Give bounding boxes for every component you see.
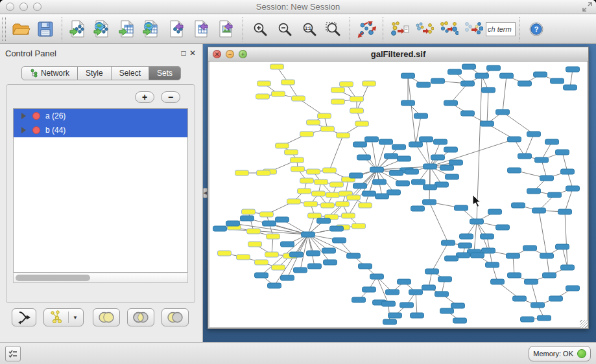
horizontal-scrollbar[interactable] xyxy=(13,273,188,283)
zoom-1-1-button[interactable]: 1:1 xyxy=(296,16,321,42)
select-all-button[interactable] xyxy=(436,16,461,42)
export-image-button[interactable] xyxy=(214,16,239,42)
svg-text:1:1: 1:1 xyxy=(305,26,311,30)
split-sets-button[interactable] xyxy=(12,308,36,326)
window-titlebar[interactable]: Session: New Session xyxy=(0,0,596,14)
tab-style[interactable]: Style xyxy=(78,66,112,80)
status-bar: Memory: OK xyxy=(0,342,596,364)
control-panel-title: Control Panel xyxy=(5,49,56,58)
toolbar-separator xyxy=(383,17,383,41)
import-table-web-button[interactable] xyxy=(140,16,165,42)
control-panel: Control Panel □ ✕ Network Style Select S… xyxy=(0,44,203,342)
zoom-fit-selected-button[interactable] xyxy=(321,16,346,42)
memory-ok-icon xyxy=(577,349,586,358)
float-panel-button[interactable]: □ xyxy=(179,49,188,58)
memory-status-label: Memory: OK xyxy=(533,350,573,358)
network-canvas[interactable] xyxy=(209,62,587,327)
network-window[interactable]: ✕ − + galFiltered.sif xyxy=(208,47,589,329)
open-session-button[interactable] xyxy=(8,16,33,42)
import-network-web-button[interactable] xyxy=(91,16,115,42)
select-first-neighbors-button[interactable] xyxy=(412,16,436,42)
set-label: a (26) xyxy=(45,111,66,120)
extract-set-icon xyxy=(49,310,65,325)
set-color-icon xyxy=(32,126,40,134)
sets-panel: + − a (26) b (44) xyxy=(6,84,195,303)
application-window: Session: New Session 1:1 ? Control P xyxy=(0,0,596,364)
resize-grip[interactable] xyxy=(580,320,588,328)
extract-set-button[interactable]: ▼ xyxy=(43,308,84,326)
toolbar-separator xyxy=(350,17,350,41)
task-history-button[interactable] xyxy=(5,346,21,361)
set-color-icon xyxy=(32,112,40,120)
splitter-collapse-handle[interactable]: ◀ xyxy=(203,188,208,198)
zoom-out-button[interactable] xyxy=(272,16,296,42)
help-button[interactable]: ? xyxy=(524,16,549,42)
export-network-button[interactable] xyxy=(165,16,189,42)
toolbar-separator xyxy=(243,17,243,41)
close-panel-button[interactable]: ✕ xyxy=(188,49,197,58)
expand-triangle-icon[interactable] xyxy=(21,127,26,133)
fullscreen-icon[interactable] xyxy=(582,2,592,14)
scrollbar-thumb[interactable] xyxy=(16,275,90,281)
svg-text:?: ? xyxy=(534,25,539,33)
import-network-file-button[interactable] xyxy=(66,16,91,42)
main-toolbar: 1:1 ? xyxy=(0,14,596,44)
search-input[interactable] xyxy=(486,22,516,36)
select-from-file-button[interactable] xyxy=(387,16,412,42)
chevron-down-icon[interactable]: ▼ xyxy=(68,312,78,323)
set-row-b[interactable]: b (44) xyxy=(14,123,187,137)
zoom-in-button[interactable] xyxy=(247,16,272,42)
toolbar-drag-handle[interactable] xyxy=(2,17,6,41)
export-table-button[interactable] xyxy=(189,16,214,42)
tab-sets[interactable]: Sets xyxy=(149,66,181,80)
set-row-a[interactable]: a (26) xyxy=(14,109,187,123)
remove-set-button[interactable]: − xyxy=(161,91,180,103)
set-label: b (44) xyxy=(45,126,66,135)
network-window-title: galFiltered.sif xyxy=(208,49,588,59)
tab-network[interactable]: Network xyxy=(21,66,78,80)
memory-status-button[interactable]: Memory: OK xyxy=(529,346,591,361)
network-graph[interactable] xyxy=(209,62,587,327)
difference-sets-button[interactable] xyxy=(161,308,189,326)
network-tree-icon xyxy=(30,69,38,78)
toolbar-separator xyxy=(519,17,520,41)
network-desktop: ◀ ✕ − + galFiltered.sif xyxy=(203,44,596,342)
network-window-titlebar[interactable]: ✕ − + galFiltered.sif xyxy=(208,47,588,62)
union-sets-button[interactable] xyxy=(93,308,120,326)
window-title: Session: New Session xyxy=(0,2,596,12)
import-table-file-button[interactable] xyxy=(115,16,140,42)
tab-select[interactable]: Select xyxy=(112,66,149,80)
set-operations-toolbar: ▼ xyxy=(12,308,198,326)
deselect-all-button[interactable] xyxy=(461,16,486,42)
intersect-sets-button[interactable] xyxy=(127,308,154,326)
add-set-button[interactable]: + xyxy=(135,91,154,103)
control-panel-tabs: Network Style Select Sets xyxy=(0,66,202,80)
expand-triangle-icon[interactable] xyxy=(21,113,26,119)
toolbar-separator xyxy=(62,17,62,41)
save-session-button[interactable] xyxy=(33,16,58,42)
apply-layout-button[interactable] xyxy=(354,16,379,42)
sets-list[interactable]: a (26) b (44) xyxy=(13,108,188,273)
control-panel-header: Control Panel □ ✕ xyxy=(0,44,202,62)
